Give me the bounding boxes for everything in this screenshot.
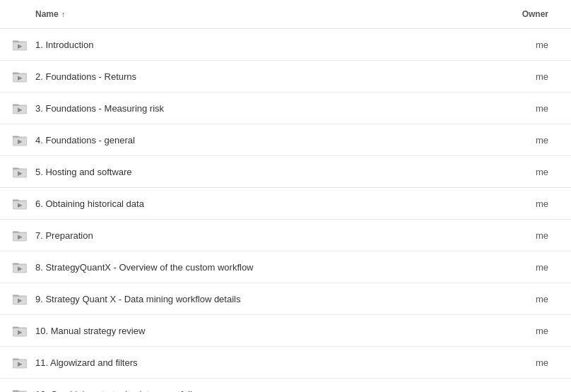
table-header: Name ↑ Owner <box>0 0 571 29</box>
svg-text:▶: ▶ <box>18 75 23 81</box>
svg-text:▶: ▶ <box>18 329 23 335</box>
svg-text:▶: ▶ <box>18 234 23 240</box>
row-owner: me <box>517 389 560 393</box>
row-owner: me <box>517 326 560 336</box>
owner-column-label: Owner <box>522 9 548 19</box>
table-row[interactable]: ▶ 12. Combining strategies into a portfo… <box>0 379 571 392</box>
table-row[interactable]: ▶ 10. Manual strategy reviewme <box>0 315 571 347</box>
folder-icon: ▶ <box>11 36 28 53</box>
svg-text:▶: ▶ <box>18 107 23 113</box>
folder-icon: ▶ <box>11 227 28 244</box>
table-row[interactable]: ▶ 5. Hosting and softwareme <box>0 156 571 188</box>
row-name: 11. Algowizard and filters <box>35 357 517 368</box>
row-name: 9. Strategy Quant X - Data mining workfl… <box>35 294 517 304</box>
table-row[interactable]: ▶ 7. Preparationme <box>0 220 571 251</box>
folder-icon: ▶ <box>11 163 28 180</box>
table-row[interactable]: ▶ 4. Foundations - generalme <box>0 124 571 156</box>
table-row[interactable]: ▶ 9. Strategy Quant X - Data mining work… <box>0 283 571 315</box>
row-name: 4. Foundations - general <box>35 135 517 145</box>
row-owner: me <box>517 71 560 82</box>
row-owner: me <box>517 294 560 304</box>
svg-text:▶: ▶ <box>18 361 23 367</box>
table-row[interactable]: ▶ 3. Foundations - Measuring riskme <box>0 93 571 124</box>
svg-text:▶: ▶ <box>18 266 23 272</box>
folder-icon: ▶ <box>11 290 28 307</box>
row-name: 6. Obtaining historical data <box>35 198 517 209</box>
folder-icon: ▶ <box>11 386 28 392</box>
row-owner: me <box>517 198 560 209</box>
row-owner: me <box>517 262 560 273</box>
sort-ascending-icon: ↑ <box>61 10 66 18</box>
folder-icon: ▶ <box>11 322 28 339</box>
table-row[interactable]: ▶ 2. Foundations - Returnsme <box>0 61 571 93</box>
folder-icon: ▶ <box>11 100 28 117</box>
name-column-header[interactable]: Name ↑ <box>35 9 517 19</box>
table-row[interactable]: ▶ 8. StrategyQuantX - Overview of the cu… <box>0 251 571 283</box>
row-name: 7. Preparation <box>35 230 517 241</box>
folder-icon: ▶ <box>11 259 28 275</box>
svg-text:▶: ▶ <box>18 202 23 208</box>
owner-column-header: Owner <box>517 9 560 19</box>
svg-text:▶: ▶ <box>18 297 23 304</box>
row-owner: me <box>517 357 560 368</box>
row-owner: me <box>517 230 560 241</box>
row-name: 10. Manual strategy review <box>35 326 517 336</box>
row-name: 2. Foundations - Returns <box>35 71 517 82</box>
svg-text:▶: ▶ <box>18 170 23 177</box>
table-body: ▶ 1. Introductionme ▶ 2. Foundations - R… <box>0 29 571 392</box>
folder-icon: ▶ <box>11 68 28 85</box>
table-row[interactable]: ▶ 11. Algowizard and filtersme <box>0 347 571 379</box>
row-name: 12. Combining strategies into a portfoli… <box>35 389 517 393</box>
svg-text:▶: ▶ <box>18 138 23 145</box>
folder-icon: ▶ <box>11 195 28 212</box>
row-owner: me <box>517 103 560 114</box>
row-owner: me <box>517 135 560 145</box>
folder-icon: ▶ <box>11 354 28 371</box>
row-owner: me <box>517 40 560 50</box>
row-name: 1. Introduction <box>35 40 517 50</box>
name-column-label: Name <box>35 9 59 19</box>
svg-text:▶: ▶ <box>18 43 23 49</box>
row-name: 8. StrategyQuantX - Overview of the cust… <box>35 262 517 273</box>
file-list-table: Name ↑ Owner ▶ 1. Introductionme ▶ 2. Fo… <box>0 0 571 392</box>
row-name: 3. Foundations - Measuring risk <box>35 103 517 114</box>
folder-icon: ▶ <box>11 131 28 148</box>
row-owner: me <box>517 167 560 177</box>
table-row[interactable]: ▶ 6. Obtaining historical datame <box>0 188 571 220</box>
table-row[interactable]: ▶ 1. Introductionme <box>0 29 571 61</box>
row-name: 5. Hosting and software <box>35 167 517 177</box>
